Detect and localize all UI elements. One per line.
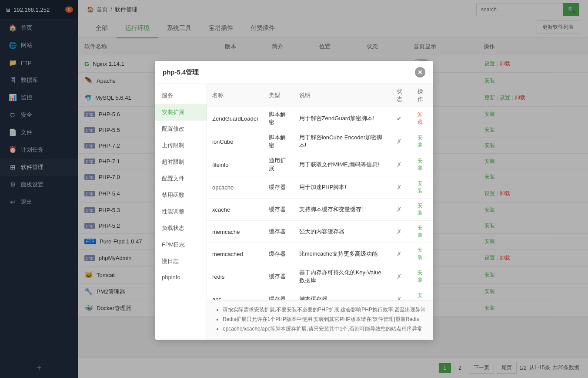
modal-sidebar: 服务 安装扩展 配置修改 上传限制 超时限制 配置文件 禁用函数 性能调整 负载… — [155, 84, 207, 340]
modal-sidebar-config-file[interactable]: 配置文件 — [155, 170, 207, 187]
modal-sidebar-load[interactable]: 负载状态 — [155, 220, 207, 236]
list-item: memcached 缓存器 比memcache支持更多高级功能 ✗ 安装 — [207, 243, 433, 265]
modal-body: 服务 安装扩展 配置修改 上传限制 超时限制 配置文件 禁用函数 性能调整 负载… — [155, 84, 433, 340]
modal-sidebar-slow-log[interactable]: 慢日志 — [155, 253, 207, 270]
list-item: ionCube 脚本解密 用于解密ionCube Encoder加密脚本! ✗ … — [207, 130, 433, 153]
modal-main: 名称 类型 说明 状态 操作 ZendGuardLoader 脚本解密 — [207, 84, 433, 340]
footer-note-1: 请按实际需求安装扩展,不要安装不必要的PHP扩展,这会影响PHP执行效率,甚至出… — [223, 306, 426, 314]
col-ext-desc: 说明 — [294, 84, 392, 107]
list-item: fileinfo 通用扩展 用于获取文件MIME,编码等信息! ✗ 安装 — [207, 153, 433, 176]
list-item: memcache 缓存器 强大的内容缓存器 ✗ 安装 — [207, 221, 433, 243]
modal-extensions-table: 名称 类型 说明 状态 操作 ZendGuardLoader 脚本解密 — [207, 84, 433, 300]
modal-sidebar-upload-limit[interactable]: 上传限制 — [155, 137, 207, 154]
not-installed-icon: ✗ — [397, 184, 402, 191]
not-installed-icon: ✗ — [397, 138, 402, 145]
not-installed-icon: ✗ — [397, 228, 402, 235]
install-ext-button[interactable]: 安装 — [418, 180, 423, 194]
install-ext-button[interactable]: 安装 — [418, 158, 423, 171]
col-ext-status: 状态 — [391, 84, 412, 107]
not-installed-icon: ✗ — [397, 206, 402, 213]
install-ext-button[interactable]: 安装 — [418, 270, 423, 283]
list-item: opcache 缓存器 用于加速PHP脚本! ✗ 安装 — [207, 176, 433, 199]
modal-close-button[interactable]: ✕ — [415, 67, 425, 78]
modal-sidebar-perf[interactable]: 性能调整 — [155, 203, 207, 220]
modal-sidebar-phpinfo[interactable]: phpinfo — [155, 270, 207, 285]
col-ext-name: 名称 — [207, 84, 264, 107]
footer-note-2: Redis扩展只允许在1个PHP版本中使用,安装到其它PHP版本请在[软件管理]… — [223, 315, 426, 323]
modal-title: php-5.4管理 — [163, 68, 199, 77]
list-item: redis 缓存器 基于内存亦可持久化的Key-Value数据库 ✗ 安装 — [207, 265, 433, 288]
modal-table-wrapper: 名称 类型 说明 状态 操作 ZendGuardLoader 脚本解密 — [207, 84, 433, 300]
install-ext-button[interactable]: 安装 — [418, 202, 423, 216]
modal-sidebar-install-ext[interactable]: 安装扩展 — [155, 104, 207, 121]
modal-dialog: php-5.4管理 ✕ 服务 安装扩展 配置修改 上传限制 超时限制 配置文件 … — [155, 61, 433, 340]
col-ext-action: 操作 — [412, 84, 433, 107]
uninstall-ext-button[interactable]: 卸载 — [418, 111, 423, 125]
not-installed-icon: ✗ — [397, 296, 402, 300]
footer-note-3: opcache/xcache/apc等脚本缓存扩展,请只安装其中1个,否则可能导… — [223, 325, 426, 333]
modal-overlay: php-5.4管理 ✕ 服务 安装扩展 配置修改 上传限制 超时限制 配置文件 … — [0, 0, 588, 378]
not-installed-icon: ✗ — [397, 161, 402, 168]
not-installed-icon: ✗ — [397, 273, 402, 280]
list-item: ZendGuardLoader 脚本解密 用于解密ZendGuard加密脚本! … — [207, 107, 433, 130]
installed-icon: ✔ — [397, 115, 402, 122]
install-ext-button[interactable]: 安装 — [418, 225, 423, 238]
not-installed-icon: ✗ — [397, 250, 402, 257]
modal-sidebar-timeout[interactable]: 超时限制 — [155, 154, 207, 170]
modal-sidebar-disable-func[interactable]: 禁用函数 — [155, 187, 207, 203]
list-item: xcache 缓存器 支持脚本缓存和变量缓存! ✗ 安装 — [207, 199, 433, 221]
modal-sidebar-fpm-log[interactable]: FPM日志 — [155, 236, 207, 253]
modal-header: php-5.4管理 ✕ — [155, 61, 433, 84]
list-item: apc 缓存器 脚本缓存器 ✗ 安装 — [207, 288, 433, 300]
modal-sidebar-config[interactable]: 配置修改 — [155, 121, 207, 137]
col-ext-type: 类型 — [264, 84, 294, 107]
modal-footer: 请按实际需求安装扩展,不要安装不必要的PHP扩展,这会影响PHP执行效率,甚至出… — [207, 300, 433, 340]
install-ext-button[interactable]: 安装 — [418, 247, 423, 260]
install-ext-button[interactable]: 安装 — [418, 135, 423, 148]
modal-sidebar-service[interactable]: 服务 — [155, 88, 207, 104]
install-ext-button[interactable]: 安装 — [418, 292, 423, 300]
